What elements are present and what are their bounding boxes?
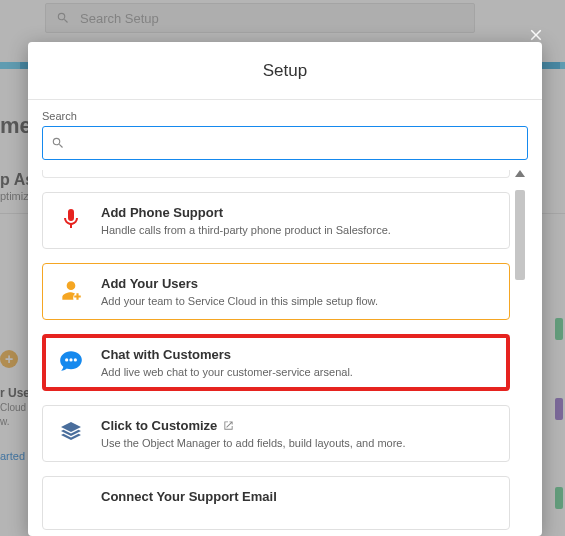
scroll-up-arrow-icon[interactable] [515,170,525,177]
card-desc: Use the Object Manager to add fields, bu… [101,437,406,449]
microphone-icon [57,205,85,233]
results-list: Add Phone Support Handle calls from a th… [42,170,510,530]
email-icon [57,489,85,517]
card-title: Connect Your Support Email [101,489,277,504]
search-field-wrap [42,126,528,160]
card-title: Add Phone Support [101,205,391,220]
card-desc: Add your team to Service Cloud in this s… [101,295,378,307]
user-add-icon [57,276,85,304]
search-icon [51,136,65,150]
card-click-to-customize[interactable]: Click to Customize Use the Object Manage… [42,405,510,462]
scrollbar[interactable] [512,170,528,530]
chat-icon [57,347,85,375]
external-link-icon [223,420,234,431]
previous-card-edge [42,170,510,178]
card-title: Chat with Customers [101,347,353,362]
search-label: Search [42,110,528,122]
card-desc: Handle calls from a third-party phone pr… [101,224,391,236]
modal-body: Search Add Phone Support Handle calls fr… [28,100,542,536]
card-add-phone-support[interactable]: Add Phone Support Handle calls from a th… [42,192,510,249]
setup-modal: Setup Search Add Phone Support Handle ca… [28,42,542,536]
results-area: Add Phone Support Handle calls from a th… [42,170,528,530]
card-add-your-users[interactable]: Add Your Users Add your team to Service … [42,263,510,320]
card-chat-with-customers[interactable]: Chat with Customers Add live web chat to… [42,334,510,391]
search-input[interactable] [42,126,528,160]
layers-icon [57,418,85,446]
card-desc: Add live web chat to your customer-servi… [101,366,353,378]
card-title: Add Your Users [101,276,378,291]
card-connect-support-email[interactable]: Connect Your Support Email [42,476,510,530]
modal-title: Setup [28,42,542,100]
card-title: Click to Customize [101,418,406,433]
scroll-thumb[interactable] [515,190,525,280]
